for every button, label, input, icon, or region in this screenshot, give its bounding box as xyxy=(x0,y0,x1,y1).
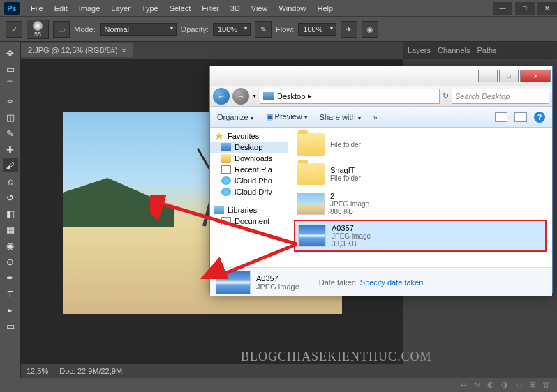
flow-input[interactable]: 100% xyxy=(298,23,336,36)
address-bar[interactable]: Desktop ▸ xyxy=(260,89,440,104)
layers-panel-footer: ⇔ fx ◐ ◑ ▭ ⊞ 🗑 xyxy=(461,380,550,389)
airbrush-icon[interactable]: ✈ xyxy=(341,21,357,38)
tree-recent[interactable]: Recent Pla xyxy=(210,164,288,175)
organize-menu[interactable]: Organize xyxy=(217,113,255,121)
list-item-selected[interactable]: A0357JPEG image38,3 KB xyxy=(294,220,547,252)
explorer-toolbar: Organize ▣ Preview Share with » ? xyxy=(210,107,552,128)
menu-layer[interactable]: Layer xyxy=(105,4,136,13)
desktop-small-icon xyxy=(221,143,231,151)
menu-3d[interactable]: 3D xyxy=(225,4,246,13)
new-layer-icon[interactable]: ⊞ xyxy=(529,380,535,389)
adjustment-icon[interactable]: ◑ xyxy=(501,380,508,389)
move-tool-icon[interactable]: ✥ xyxy=(3,46,18,60)
wand-tool-icon[interactable]: ✧ xyxy=(3,94,18,108)
file-list[interactable]: File folder SnagITFile folder 2JPEG imag… xyxy=(288,128,552,267)
help-icon[interactable]: ? xyxy=(534,112,545,123)
view-options-icon[interactable] xyxy=(495,112,507,122)
lasso-tool-icon[interactable]: ⌒ xyxy=(3,78,18,92)
file-type: File folder xyxy=(330,174,361,182)
menu-file[interactable]: File xyxy=(25,4,49,13)
specify-date-link[interactable]: Specify date taken xyxy=(360,278,424,287)
explorer-minimize-button[interactable]: — xyxy=(478,70,498,82)
eyedropper-tool-icon[interactable]: ✎ xyxy=(3,126,18,140)
fx-icon[interactable]: fx xyxy=(474,380,480,389)
share-menu[interactable]: Share with xyxy=(320,113,362,121)
list-item[interactable]: SnagITFile folder xyxy=(294,160,547,188)
brush-preset-picker[interactable]: 55 xyxy=(27,20,49,39)
file-name: 2 xyxy=(330,192,369,200)
preview-pane-icon[interactable] xyxy=(514,112,527,122)
menu-type[interactable]: Type xyxy=(136,4,164,13)
type-tool-icon[interactable]: T xyxy=(3,287,18,301)
tab-close-icon[interactable]: × xyxy=(122,47,126,54)
tree-libraries[interactable]: Libraries xyxy=(210,204,288,216)
explorer-nav-bar: ← → ▼ Desktop ▸ ↻ Search Desktop xyxy=(210,86,552,107)
search-input[interactable]: Search Desktop xyxy=(452,89,549,104)
toolbar-overflow[interactable]: » xyxy=(373,113,377,121)
libraries-icon xyxy=(214,206,224,214)
menu-edit[interactable]: Edit xyxy=(49,4,73,13)
trash-icon[interactable]: 🗑 xyxy=(542,380,550,389)
link-layers-icon[interactable]: ⇔ xyxy=(461,380,467,389)
window-maximize-button[interactable]: □ xyxy=(515,2,535,15)
menu-select[interactable]: Select xyxy=(164,4,197,13)
explorer-maximize-button[interactable]: □ xyxy=(499,70,519,82)
tab-paths[interactable]: Paths xyxy=(477,46,497,54)
dodge-tool-icon[interactable]: ⊙ xyxy=(3,255,18,269)
tree-downloads[interactable]: Downloads xyxy=(210,153,288,164)
crop-tool-icon[interactable]: ◫ xyxy=(3,110,18,124)
group-icon[interactable]: ▭ xyxy=(515,380,522,389)
blur-tool-icon[interactable]: ◉ xyxy=(3,239,18,252)
explorer-titlebar[interactable]: — □ ✕ xyxy=(210,66,552,86)
zoom-level[interactable]: 12,5% xyxy=(27,367,48,375)
tree-icloud-photos[interactable]: iCloud Pho xyxy=(210,175,288,186)
image-mountain xyxy=(63,178,174,227)
detail-type: JPEG image xyxy=(256,282,299,291)
explorer-close-button[interactable]: ✕ xyxy=(520,70,551,82)
brush-tool-icon[interactable]: ✓ xyxy=(6,21,22,38)
tab-layers[interactable]: Layers xyxy=(408,46,431,54)
pen-tool-icon[interactable]: ✒ xyxy=(3,271,18,285)
menu-help[interactable]: Help xyxy=(312,4,339,13)
gradient-tool-icon[interactable]: ▦ xyxy=(3,223,18,236)
path-select-icon[interactable]: ▸ xyxy=(3,303,18,317)
file-type: JPEG image xyxy=(330,200,369,208)
mask-icon[interactable]: ◐ xyxy=(487,380,494,389)
tree-documents[interactable]: Document xyxy=(210,216,288,227)
nav-history-dropdown-icon[interactable]: ▼ xyxy=(252,93,257,98)
heal-tool-icon[interactable]: ✚ xyxy=(3,142,18,156)
opacity-input[interactable]: 100% xyxy=(213,23,251,36)
menu-image[interactable]: Image xyxy=(73,4,106,13)
brush-tool-icon-side[interactable]: 🖌 xyxy=(3,158,18,172)
document-tab[interactable]: 2.JPG @ 12,5% (RGB/8#) × xyxy=(21,43,133,57)
history-brush-icon[interactable]: ↺ xyxy=(3,190,18,204)
preview-menu[interactable]: ▣ Preview xyxy=(266,112,309,121)
brush-panel-toggle-icon[interactable]: ▭ xyxy=(53,21,70,38)
menu-window[interactable]: Window xyxy=(273,4,311,13)
desktop-icon xyxy=(263,92,274,100)
window-minimize-button[interactable]: — xyxy=(493,2,512,15)
blend-mode-select[interactable]: Normal xyxy=(100,23,177,36)
list-item[interactable]: File folder xyxy=(294,130,547,158)
doc-size: Doc: 22,9M/22,9M xyxy=(59,367,122,375)
refresh-icon[interactable]: ↻ xyxy=(443,91,449,100)
tree-icloud-drive[interactable]: iCloud Driv xyxy=(210,186,288,197)
pressure-opacity-icon[interactable]: ✎ xyxy=(255,21,272,38)
nav-back-button[interactable]: ← xyxy=(213,88,230,105)
window-close-button[interactable]: ✕ xyxy=(537,2,557,15)
marquee-tool-icon[interactable]: ▭ xyxy=(3,62,18,76)
tab-channels[interactable]: Channels xyxy=(438,46,470,54)
image-thumbnail-icon xyxy=(298,225,326,247)
eraser-tool-icon[interactable]: ◧ xyxy=(3,206,18,220)
breadcrumb-arrow-icon[interactable]: ▸ xyxy=(308,91,312,100)
menu-view[interactable]: View xyxy=(246,4,274,13)
tree-favorites[interactable]: Favorites xyxy=(210,130,288,142)
stamp-tool-icon[interactable]: ⎌ xyxy=(3,174,18,188)
tree-desktop[interactable]: Desktop xyxy=(210,142,288,153)
document-tab-bar: 2.JPG @ 12,5% (RGB/8#) × xyxy=(21,42,403,59)
menu-filter[interactable]: Filter xyxy=(196,4,224,13)
shape-tool-icon[interactable]: ▭ xyxy=(3,319,18,333)
pressure-size-icon[interactable]: ◉ xyxy=(362,21,378,38)
nav-forward-button[interactable]: → xyxy=(232,88,249,105)
list-item[interactable]: 2JPEG image880 KB xyxy=(294,189,547,218)
